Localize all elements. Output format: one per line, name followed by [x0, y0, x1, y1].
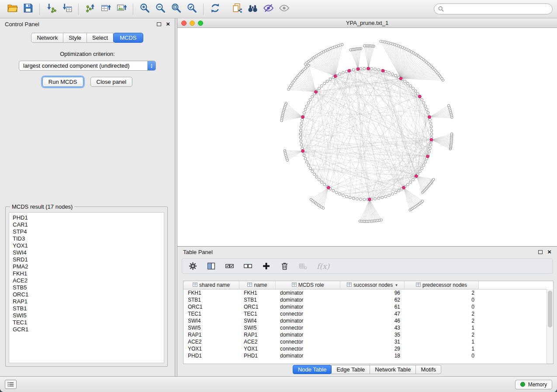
close-table-panel-icon[interactable]: × — [547, 250, 551, 254]
table-cell[interactable]: ACE2 — [239, 338, 276, 345]
export-network-button[interactable] — [82, 2, 98, 16]
mcds-result-item[interactable]: STB5 — [13, 284, 160, 291]
graph-hub-node[interactable] — [399, 77, 402, 80]
graph-node[interactable] — [406, 82, 409, 85]
graph-node[interactable] — [422, 102, 425, 104]
window-zoom-button[interactable] — [198, 21, 203, 26]
graph-node[interactable] — [429, 122, 432, 124]
column-header-MCDS-role[interactable]: MCDS role — [276, 281, 340, 289]
tab-style[interactable]: Style — [63, 33, 87, 43]
run-mcds-button[interactable]: Run MCDS — [42, 77, 83, 87]
mcds-result-item[interactable]: FKH1 — [13, 270, 160, 277]
window-close-button[interactable] — [181, 21, 187, 26]
graph-node[interactable] — [323, 82, 326, 85]
table-cell[interactable]: 1 — [405, 324, 479, 331]
column-header-successor-nodes[interactable]: successor nodes▾ — [340, 281, 405, 289]
float-table-panel-icon[interactable] — [538, 250, 543, 254]
graph-node[interactable] — [404, 80, 406, 83]
graph-node[interactable] — [374, 198, 377, 200]
select-all-button[interactable] — [225, 261, 234, 271]
graph-node[interactable] — [318, 87, 320, 89]
show-visual-button[interactable] — [276, 2, 292, 16]
table-row[interactable]: YOX1YOX1connector291 — [183, 345, 547, 352]
table-cell[interactable]: ORC1 — [239, 303, 276, 310]
refresh-view-button[interactable] — [207, 2, 223, 16]
zoom-out-button[interactable] — [152, 2, 168, 16]
table-cell[interactable]: dominator — [276, 352, 340, 359]
table-cell[interactable]: FKH1 — [183, 289, 239, 296]
table-cell[interactable]: 18 — [340, 352, 405, 359]
graph-node[interactable] — [349, 48, 352, 51]
table-cell[interactable]: PHD1 — [183, 352, 239, 359]
graph-node[interactable] — [339, 73, 341, 76]
graph-node[interactable] — [322, 207, 325, 210]
table-cell[interactable]: 96 — [340, 289, 405, 296]
graph-node[interactable] — [447, 104, 450, 107]
graph-node[interactable] — [309, 167, 311, 170]
graph-node[interactable] — [311, 170, 314, 172]
graph-node[interactable] — [301, 118, 304, 121]
tab-network[interactable]: Network — [31, 33, 63, 43]
column-visibility-button[interactable] — [207, 261, 216, 271]
table-row[interactable]: SWI4SWI4dominator462 — [183, 317, 547, 324]
table-cell[interactable]: dominator — [276, 289, 340, 296]
graph-node[interactable] — [430, 125, 432, 128]
graph-node[interactable] — [315, 176, 318, 179]
graph-node[interactable] — [311, 96, 314, 98]
graph-node[interactable] — [300, 122, 303, 124]
graph-node[interactable] — [419, 170, 421, 172]
graph-node[interactable] — [329, 78, 332, 80]
graph-hub-node[interactable] — [415, 175, 418, 178]
graph-node[interactable] — [335, 191, 338, 194]
graph-node[interactable] — [345, 70, 348, 73]
graph-hub-node[interactable] — [418, 95, 421, 98]
tab-motifs[interactable]: Motifs — [415, 365, 441, 374]
table-row[interactable]: ACE2ACE2connector311 — [183, 338, 547, 345]
mcds-result-item[interactable]: TID3 — [13, 235, 160, 242]
graph-node[interactable] — [370, 68, 373, 70]
table-cell[interactable]: 2 — [405, 310, 479, 317]
graph-hub-node[interactable] — [428, 116, 431, 119]
mcds-result-item[interactable]: PHD1 — [13, 214, 160, 221]
graph-node[interactable] — [424, 161, 427, 163]
graph-node[interactable] — [305, 105, 308, 107]
table-cell[interactable]: 2 — [405, 289, 479, 296]
table-cell[interactable]: 35 — [340, 331, 405, 338]
graph-node[interactable] — [409, 85, 412, 87]
delete-table-button[interactable] — [298, 261, 308, 271]
table-cell[interactable]: TEC1 — [183, 310, 239, 317]
graph-node[interactable] — [429, 118, 431, 121]
graph-hub-node[interactable] — [368, 198, 371, 201]
clone-network-button[interactable] — [229, 2, 245, 16]
table-cell[interactable]: SWI4 — [239, 317, 276, 324]
function-builder-button[interactable]: f(x) — [317, 262, 329, 271]
graph-node[interactable] — [414, 89, 417, 92]
graph-node[interactable] — [432, 178, 435, 181]
graph-node[interactable] — [326, 80, 329, 83]
table-row[interactable]: SWI5SWI5connector431 — [183, 324, 547, 331]
table-cell[interactable]: FKH1 — [239, 289, 276, 296]
graph-node[interactable] — [363, 198, 366, 201]
graph-node[interactable] — [301, 147, 304, 150]
optimization-criterion-select[interactable]: largest connected component (undirected)… — [19, 61, 156, 71]
network-graph[interactable] — [177, 28, 557, 246]
graph-node[interactable] — [356, 198, 358, 200]
table-cell[interactable]: 0 — [405, 352, 479, 359]
graph-hub-node[interactable] — [348, 69, 351, 72]
graph-hub-node[interactable] — [334, 75, 337, 78]
table-cell[interactable]: 31 — [340, 338, 405, 345]
graph-node[interactable] — [421, 200, 424, 203]
graph-node[interactable] — [428, 151, 430, 153]
graph-node[interactable] — [313, 173, 316, 175]
graph-node[interactable] — [381, 196, 384, 199]
graph-hub-node[interactable] — [367, 67, 370, 70]
table-cell[interactable]: SWI4 — [183, 317, 239, 324]
table-cell[interactable]: PHD1 — [239, 352, 276, 359]
table-cell[interactable]: 46 — [340, 317, 405, 324]
mcds-result-item[interactable]: STP4 — [13, 228, 160, 235]
graph-node[interactable] — [300, 125, 302, 128]
add-row-button[interactable] — [262, 261, 271, 271]
table-cell[interactable]: dominator — [276, 331, 340, 338]
search-box[interactable] — [434, 3, 553, 14]
graph-node[interactable] — [320, 85, 323, 87]
